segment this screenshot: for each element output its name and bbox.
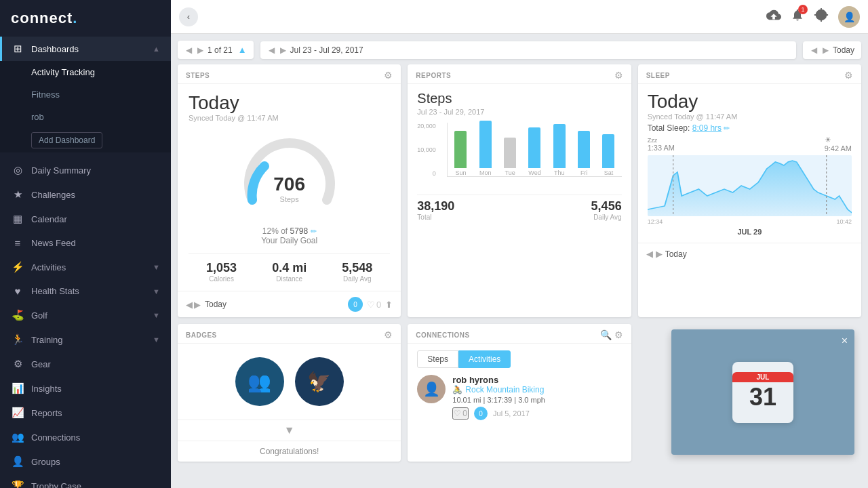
user-avatar[interactable]: 👤: [838, 6, 860, 28]
top-bar: ‹ 1 👤: [171, 0, 868, 34]
calendar-icon: ▦: [11, 213, 24, 225]
sleep-settings-button[interactable]: ⚙: [844, 70, 853, 81]
health-stats-label: Health Stats: [31, 286, 146, 296]
steps-card-header: STEPS ⚙: [178, 64, 401, 84]
reports-icon: 📈: [11, 407, 24, 419]
daily-summary-label: Daily Summary: [31, 165, 160, 176]
notification-icon[interactable]: 1: [791, 7, 804, 26]
sidebar-item-gear[interactable]: ⚙ Gear: [0, 352, 171, 376]
steps-card: STEPS ⚙ Today Synced Today @ 11:47 AM: [178, 64, 401, 317]
tab-steps[interactable]: Steps: [417, 350, 458, 368]
sidebar-item-golf[interactable]: ⛳ Golf ▼: [0, 303, 171, 327]
sidebar-item-daily-summary[interactable]: ◎ Daily Summary: [0, 158, 171, 182]
connections-card: CONNECTIONS 🔍 ⚙ Steps Activities: [408, 324, 631, 462]
sleep-edit-icon[interactable]: ✏: [724, 124, 730, 132]
bar-sun: Sun: [450, 131, 471, 176]
dashboards-section: ⊞ Dashboards ▲ Activity Tracking Fitness…: [0, 37, 171, 152]
steps-synced-text: Synced Today @ 11:47 AM: [189, 114, 390, 122]
sleep-x-axis: 12:34 10:42: [648, 218, 852, 225]
steps-prev-button[interactable]: ◀: [186, 300, 193, 310]
connection-activity[interactable]: Rock Mountain Biking: [465, 385, 544, 394]
connections-card-body: Steps Activities 👤 rob hyrons 🚴: [408, 344, 631, 434]
steps-comment-bubble[interactable]: 0: [348, 297, 363, 312]
reports-nav-prev[interactable]: ◀: [267, 45, 276, 55]
connection-activity-row: 🚴 Rock Mountain Biking: [452, 385, 621, 394]
sidebar: connect. ⊞ Dashboards ▲ Activity Trackin…: [0, 0, 171, 488]
steps-nav-next[interactable]: ▶: [196, 45, 205, 55]
sidebar-item-rob[interactable]: rob: [0, 106, 171, 128]
badges-section-label: BADGES: [186, 331, 217, 339]
reports-nav-date: Jul 23 - Jul 29, 2017: [290, 45, 363, 55]
back-button[interactable]: ‹: [179, 7, 198, 26]
sidebar-item-training[interactable]: 🏃 Training ▼: [0, 327, 171, 352]
tab-activities[interactable]: Activities: [458, 350, 511, 368]
sidebar-item-challenges[interactable]: ★ Challenges: [0, 182, 171, 207]
app-logo[interactable]: connect.: [0, 0, 171, 37]
y-label-low: 0: [433, 170, 436, 177]
steps-next-button[interactable]: ▶: [194, 300, 201, 310]
settings-icon[interactable]: [814, 7, 829, 26]
top-bar-left: ‹: [179, 7, 198, 26]
sidebar-item-groups[interactable]: 👤 Groups: [0, 449, 171, 474]
steps-like-button[interactable]: ♡ 0: [367, 300, 381, 310]
cloud-upload-icon[interactable]: [766, 8, 781, 25]
sleep-nav-next[interactable]: ▶: [821, 45, 830, 55]
sleep-next-button[interactable]: ▶: [656, 249, 663, 259]
connection-like-button[interactable]: ♡ 0: [452, 407, 469, 420]
sleep-total-value[interactable]: 8:09 hrs: [692, 123, 722, 133]
connections-settings-button[interactable]: ⚙: [614, 329, 623, 340]
badges-container: 👥 🦅: [187, 357, 391, 406]
activities-icon: ⚡: [11, 261, 24, 273]
bar-sat: Sat: [598, 134, 618, 176]
chevron-up-icon: ▲: [153, 45, 160, 53]
goal-value: 5798: [290, 226, 308, 236]
badges-settings-button[interactable]: ⚙: [384, 329, 393, 340]
connection-comment-bubble[interactable]: 0: [474, 407, 488, 420]
golf-chevron-icon: ▼: [153, 311, 160, 319]
sidebar-item-reports[interactable]: 📈 Reports: [0, 401, 171, 425]
bar-sun-bar: [454, 131, 467, 168]
steps-settings-button[interactable]: ⚙: [384, 70, 393, 81]
reports-nav-next[interactable]: ▶: [279, 45, 288, 55]
connection-comment-count: 0: [479, 410, 483, 418]
goal-edit-icon[interactable]: ✏: [311, 227, 317, 235]
sleep-today-title: Today: [648, 91, 852, 113]
sidebar-item-trophy-case[interactable]: 🏆 Trophy Case: [0, 474, 171, 488]
sidebar-item-dashboards[interactable]: ⊞ Dashboards ▲: [0, 37, 171, 61]
fitness-label: Fitness: [31, 89, 60, 100]
sleep-start-time: Zzz 1:33 AM: [648, 136, 675, 152]
connections-search-button[interactable]: 🔍: [600, 329, 612, 340]
sidebar-item-insights[interactable]: 📊 Insights: [0, 376, 171, 401]
sidebar-item-fitness[interactable]: Fitness: [0, 83, 171, 106]
sleep-chart-svg: [648, 155, 852, 216]
badges-expand-icon[interactable]: ▼: [284, 424, 295, 436]
activity-type-icon: 🚴: [452, 385, 462, 394]
sidebar-item-calendar[interactable]: ▦ Calendar: [0, 207, 171, 231]
sidebar-item-health-stats[interactable]: ♥ Health Stats ▼: [0, 279, 171, 303]
steps-share-button[interactable]: ⬆: [385, 300, 393, 310]
steps-nav-label: 1 of 21: [208, 45, 233, 55]
sidebar-item-activities[interactable]: ⚡ Activities ▼: [0, 255, 171, 279]
sleep-synced-text: Synced Today @ 11:47 AM: [648, 113, 852, 121]
distance-metric: 0.4 mi Distance: [272, 261, 307, 283]
bar-mon: Mon: [475, 121, 496, 176]
bar-fri-label: Fri: [580, 169, 588, 176]
add-dashboard-button[interactable]: Add Dashboard: [31, 132, 102, 148]
sidebar-item-connections[interactable]: 👥 Connections: [0, 425, 171, 449]
sleep-nav-prev[interactable]: ◀: [810, 45, 818, 55]
bar-wed: Wed: [524, 127, 545, 176]
steps-nav-prev[interactable]: ◀: [184, 45, 193, 55]
challenges-icon: ★: [11, 188, 24, 201]
popup-close-button[interactable]: ×: [842, 335, 848, 347]
distance-label: Distance: [272, 275, 307, 283]
sidebar-item-activity-tracking[interactable]: Activity Tracking: [0, 61, 171, 83]
training-label: Training: [31, 335, 146, 345]
sleep-card-header: SLEEP ⚙: [638, 64, 861, 84]
sleep-prev-button[interactable]: ◀: [646, 249, 653, 259]
goal-suffix: Your Daily Goal: [261, 236, 317, 245]
connections-section-label: CONNECTIONS: [416, 331, 469, 339]
reports-settings-button[interactable]: ⚙: [614, 70, 623, 81]
main-row: STEPS ⚙ Today Synced Today @ 11:47 AM: [178, 64, 861, 317]
badges-footer: ▼: [178, 420, 401, 441]
sidebar-item-news-feed[interactable]: ≡ News Feed: [0, 231, 171, 255]
